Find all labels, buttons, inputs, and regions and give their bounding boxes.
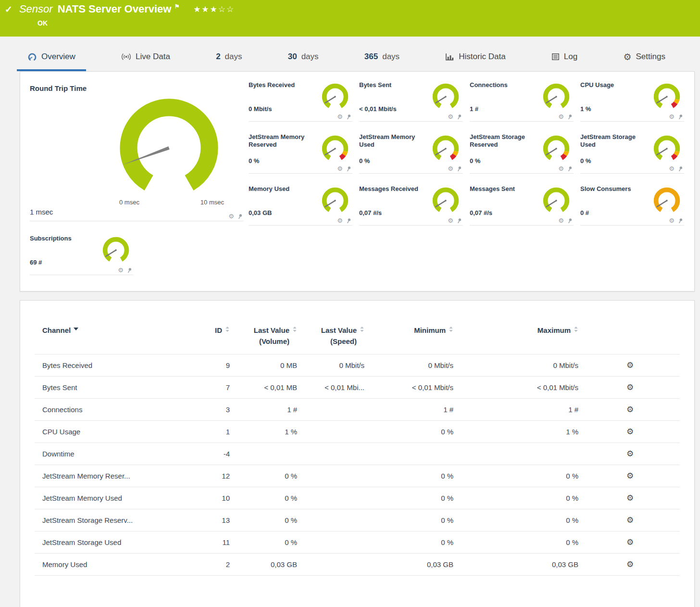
tab-settings[interactable]: ⚙ Settings	[612, 45, 675, 71]
gauge-settings-gear-icon[interactable]: ⚙	[448, 217, 453, 224]
last-value-volume: 0 %	[232, 531, 299, 553]
round-trip-time-gauge[interactable]: Round Trip Time 0 msec 10 msec 1 msec ⚙	[30, 79, 244, 221]
gauge-settings-gear-icon[interactable]: ⚙	[118, 267, 124, 273]
pin-icon[interactable]	[346, 114, 351, 120]
channel-settings-gear-icon[interactable]: ⚙	[626, 516, 634, 525]
table-row[interactable]: Memory Used 2 0,03 GB 0,03 GB 0,03 GB ⚙	[35, 553, 680, 575]
pin-icon[interactable]	[237, 214, 243, 219]
gauge-jetstream-memory-used[interactable]: JetStream Memory Used 0 % ⚙	[359, 131, 463, 174]
gauge-bytes-sent[interactable]: Bytes Sent < 0,01 Mbit/s ⚙	[359, 79, 463, 122]
table-row[interactable]: JetStream Storage Reserv... 13 0 % 0 % 0…	[35, 509, 680, 531]
sort-icon[interactable]	[449, 326, 453, 332]
gauge-settings-gear-icon[interactable]: ⚙	[558, 165, 564, 172]
gauge-settings-gear-icon[interactable]: ⚙	[669, 165, 675, 172]
table-row[interactable]: Bytes Received 9 0 MB 0 Mbit/s 0 Mbit/s …	[35, 354, 680, 376]
table-row[interactable]: Downtime -4 ⚙	[35, 443, 680, 465]
tab-2-days[interactable]: 2 days	[205, 45, 252, 71]
pin-icon[interactable]	[456, 114, 462, 120]
channel-settings-gear-icon[interactable]: ⚙	[626, 361, 634, 370]
channel-name[interactable]: Bytes Sent	[35, 376, 179, 398]
gauge-settings-gear-icon[interactable]: ⚙	[558, 217, 564, 224]
last-value-speed	[299, 531, 366, 553]
pin-icon[interactable]	[677, 114, 683, 120]
column-header-last-value-volume[interactable]: Last Value (Volume)	[232, 322, 299, 354]
column-header-id[interactable]: ID	[179, 322, 232, 354]
column-label: Last Value (Volume)	[254, 325, 289, 347]
gauge-jetstream-storage-used[interactable]: JetStream Storage Used 0 % ⚙	[580, 131, 684, 174]
column-header-channel[interactable]: Channel	[35, 322, 179, 354]
priority-stars[interactable]: ★★★☆☆	[193, 4, 235, 14]
sort-icon[interactable]	[225, 326, 230, 332]
tab-log[interactable]: Log	[541, 45, 588, 71]
gauge-connections[interactable]: Connections 1 # ⚙	[470, 79, 574, 122]
gauge-value: 0 #	[580, 209, 589, 216]
gauge-jetstream-memory-reserved[interactable]: JetStream Memory Reserved 0 % ⚙	[249, 131, 352, 174]
channel-name[interactable]: JetStream Memory Reser...	[35, 465, 179, 487]
gauge-bytes-received[interactable]: Bytes Received 0 Mbit/s ⚙	[249, 79, 352, 122]
pin-icon[interactable]	[567, 114, 573, 120]
column-header-maximum[interactable]: Maximum	[455, 322, 580, 354]
pin-icon[interactable]	[126, 267, 132, 273]
channel-name[interactable]: Connections	[35, 398, 179, 420]
tab-overview[interactable]: Overview	[17, 45, 86, 71]
pin-icon[interactable]	[346, 166, 351, 172]
channel-settings-gear-icon[interactable]: ⚙	[626, 493, 634, 503]
channel-name[interactable]: Bytes Received	[35, 354, 179, 376]
table-row[interactable]: JetStream Memory Used 10 0 % 0 % 0 % ⚙	[35, 487, 680, 509]
tab-live-data[interactable]: Live Data	[111, 45, 181, 71]
channel-settings-gear-icon[interactable]: ⚙	[626, 560, 634, 569]
gauge-settings-gear-icon[interactable]: ⚙	[448, 165, 453, 172]
pin-icon[interactable]	[346, 218, 351, 224]
table-row[interactable]: Connections 3 1 # 1 # 1 # ⚙	[35, 398, 680, 420]
gauge-dial	[430, 82, 461, 110]
last-value-speed: < 0,01 Mbi...	[299, 376, 366, 398]
gauge-settings-gear-icon[interactable]: ⚙	[228, 213, 234, 219]
table-row[interactable]: JetStream Storage Used 11 0 % 0 % 0 % ⚙	[35, 531, 680, 553]
table-row[interactable]: JetStream Memory Reser... 12 0 % 0 % 0 %…	[35, 465, 680, 487]
column-label: Last Value (Speed)	[321, 325, 357, 347]
channel-name[interactable]: Memory Used	[35, 553, 179, 575]
channel-settings-gear-icon[interactable]: ⚙	[626, 405, 634, 414]
flag-icon[interactable]: ⚑	[174, 3, 180, 10]
gauge-settings-gear-icon[interactable]: ⚙	[337, 217, 343, 224]
gauge-memory-used[interactable]: Memory Used 0,03 GB ⚙	[249, 183, 352, 226]
gauge-subscriptions[interactable]: Subscriptions 69 # ⚙	[30, 233, 133, 275]
channel-settings-gear-icon[interactable]: ⚙	[626, 471, 634, 481]
pin-icon[interactable]	[456, 218, 462, 224]
sort-icon[interactable]	[360, 326, 364, 332]
column-header-last-value-speed[interactable]: Last Value (Speed)	[299, 322, 366, 354]
column-header-minimum[interactable]: Minimum	[366, 322, 455, 354]
gauge-settings-gear-icon[interactable]: ⚙	[337, 114, 343, 120]
gauge-cpu-usage[interactable]: CPU Usage 1 % ⚙	[580, 79, 684, 122]
gauge-settings-gear-icon[interactable]: ⚙	[448, 114, 453, 120]
gauge-settings-gear-icon[interactable]: ⚙	[669, 217, 675, 224]
table-row[interactable]: CPU Usage 1 1 % 0 % 1 % ⚙	[35, 420, 680, 443]
channel-name[interactable]: CPU Usage	[35, 420, 179, 443]
channel-name[interactable]: Downtime	[35, 443, 179, 465]
gauge-messages-sent[interactable]: Messages Sent 0,07 #/s ⚙	[470, 183, 574, 226]
gauge-slow-consumers[interactable]: Slow Consumers 0 # ⚙	[580, 183, 684, 226]
channel-settings-gear-icon[interactable]: ⚙	[626, 449, 634, 458]
pin-icon[interactable]	[677, 218, 683, 224]
table-row[interactable]: Bytes Sent 7 < 0,01 MB < 0,01 Mbi... < 0…	[35, 376, 680, 398]
pin-icon[interactable]	[567, 166, 573, 172]
channel-name[interactable]: JetStream Storage Used	[35, 531, 179, 553]
pin-icon[interactable]	[456, 166, 462, 172]
sort-icon[interactable]	[292, 326, 297, 332]
channel-settings-gear-icon[interactable]: ⚙	[626, 383, 634, 392]
gauge-settings-gear-icon[interactable]: ⚙	[337, 165, 343, 172]
gauge-settings-gear-icon[interactable]: ⚙	[558, 114, 564, 120]
sort-icon[interactable]	[574, 326, 578, 332]
tab-365-days[interactable]: 365 days	[354, 45, 410, 71]
pin-icon[interactable]	[677, 166, 683, 172]
pin-icon[interactable]	[567, 218, 573, 224]
tab-30-days[interactable]: 30 days	[277, 45, 329, 71]
gauge-jetstream-storage-reserved[interactable]: JetStream Storage Reserved 0 % ⚙	[470, 131, 574, 174]
tab-historic-data[interactable]: Historic Data	[435, 45, 516, 71]
channel-name[interactable]: JetStream Memory Used	[35, 487, 179, 509]
channel-settings-gear-icon[interactable]: ⚙	[626, 538, 634, 547]
channel-settings-gear-icon[interactable]: ⚙	[626, 427, 634, 436]
gauge-settings-gear-icon[interactable]: ⚙	[669, 114, 675, 120]
channel-name[interactable]: JetStream Storage Reserv...	[35, 509, 179, 531]
gauge-messages-received[interactable]: Messages Received 0,07 #/s ⚙	[359, 183, 463, 226]
